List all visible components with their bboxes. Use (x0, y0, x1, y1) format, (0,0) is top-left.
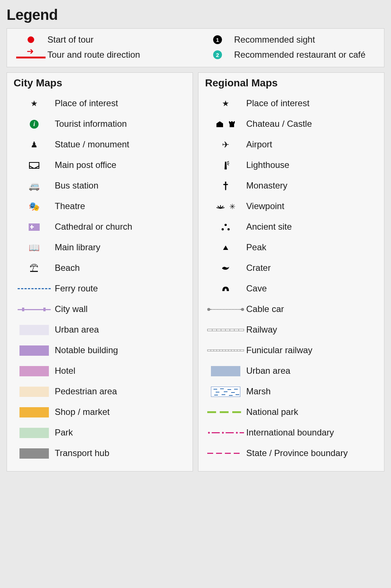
city-label: Cathedral or church (55, 222, 132, 232)
city-maps-panel: City Maps ★Place of interestiTourist inf… (7, 72, 193, 472)
statue-icon: ♟ (31, 140, 38, 150)
bus-icon: 🚐 (29, 182, 40, 190)
city-label: Park (55, 427, 73, 438)
city-label: Bus station (55, 180, 98, 191)
regional-label: Peak (246, 242, 266, 253)
city-item-theatre: 🎭Theatre (14, 196, 186, 217)
city-label: Main post office (55, 160, 116, 171)
city-item-ferry: Ferry route (14, 279, 186, 299)
beach-icon: ⛱ (30, 264, 39, 273)
sw-urban-city-swatch-icon (19, 325, 49, 335)
viewpoint-icon: ✳ (216, 202, 236, 211)
crater-icon (221, 265, 230, 271)
sight-label: Recommended sight (234, 35, 315, 45)
state-boundary-icon (207, 453, 244, 454)
church-icon (29, 223, 40, 231)
city-item-statue: ♟Statue / monument (14, 135, 186, 155)
regional-maps-panel: Regional Maps ★Place of interestChateau … (198, 72, 384, 472)
regional-label: Place of interest (246, 98, 309, 109)
city-item-sw-park: Park (14, 423, 186, 443)
regional-label: Chateau / Castle (246, 119, 312, 129)
regional-label: Cave (246, 283, 267, 294)
regional-item-monastery: Monastery (205, 176, 377, 196)
city-label: Hotel (55, 366, 75, 376)
city-item-sw-shop: Shop / market (14, 402, 186, 423)
regional-label: Cable car (246, 304, 284, 315)
city-label: City wall (55, 304, 87, 315)
regional-label: Marsh (246, 386, 271, 397)
sw-ped-swatch-icon (19, 387, 49, 397)
city-item-sw-hotel: Hotel (14, 361, 186, 381)
sw-hotel-swatch-icon (19, 366, 49, 376)
regional-label: Ancient site (246, 222, 292, 232)
regional-item-peak: Peak (205, 237, 377, 258)
restaurant-number-icon: 2 (213, 50, 222, 59)
intl-boundary-icon (207, 432, 244, 434)
sw-urban-reg-swatch-icon (211, 366, 240, 376)
city-item-sw-notable: Notable building (14, 340, 186, 361)
regional-item-railway: Railway (205, 320, 377, 340)
regional-item-star: ★Place of interest (205, 93, 377, 114)
city-label: Main library (55, 242, 100, 253)
theatre-icon: 🎭 (29, 202, 40, 211)
regional-label: Monastery (246, 180, 287, 191)
city-item-star: ★Place of interest (14, 93, 186, 114)
marsh-icon (211, 387, 240, 397)
lighthouse-icon (221, 161, 230, 170)
legend-row-direction: Tour and route direction (14, 50, 190, 60)
airport-icon: ✈ (222, 140, 229, 149)
restaurant-label: Recommended restaurant or café (234, 50, 366, 60)
direction-label: Tour and route direction (47, 50, 140, 60)
sw-park-swatch-icon (19, 428, 49, 438)
city-item-bus: 🚐Bus station (14, 176, 186, 196)
city-item-post: Main post office (14, 155, 186, 176)
regional-item-sw-urban-reg: Urban area (205, 361, 377, 381)
regional-item-airport: ✈Airport (205, 135, 377, 155)
city-item-info: iTourist information (14, 114, 186, 135)
legend-row-start: Start of tour (14, 35, 190, 45)
sw-transport-swatch-icon (19, 448, 49, 459)
tour-legend-box: Start of tour 1 Recommended sight Tour a… (7, 28, 384, 67)
regional-maps-heading: Regional Maps (205, 77, 377, 89)
sw-shop-swatch-icon (19, 407, 49, 417)
regional-label: Viewpoint (246, 201, 284, 212)
peak-icon (223, 245, 228, 250)
funicular-icon (207, 349, 244, 351)
cable-car-icon (207, 308, 244, 311)
city-item-citywall: City wall (14, 299, 186, 320)
sw-notable-swatch-icon (19, 345, 49, 356)
regional-item-marsh: Marsh (205, 381, 377, 402)
regional-item-crater: Crater (205, 258, 377, 279)
legend-columns: City Maps ★Place of interestiTourist inf… (7, 72, 384, 472)
regional-item-state: State / Province boundary (205, 443, 377, 464)
regional-label: Airport (246, 139, 272, 150)
regional-item-castle: Chateau / Castle (205, 114, 377, 135)
city-label: Theatre (55, 201, 85, 212)
city-item-library: 📖Main library (14, 237, 186, 258)
regional-label: Railway (246, 325, 277, 335)
legend-title: Legend (7, 7, 384, 23)
regional-item-viewpoint: ✳Viewpoint (205, 196, 377, 217)
regional-item-cablecar: Cable car (205, 299, 377, 320)
legend-row-restaurant: 2 Recommended restaurant or café (201, 50, 377, 60)
regional-label: Crater (246, 263, 271, 273)
legend-row-sight: 1 Recommended sight (201, 35, 377, 45)
railway-icon (207, 329, 244, 331)
city-label: Pedestrian area (55, 386, 117, 397)
sight-number-icon: 1 (213, 35, 222, 44)
regional-label: Funicular railway (246, 345, 312, 356)
regional-item-ancient: Ancient site (205, 217, 377, 237)
city-label: Urban area (55, 325, 99, 335)
national-park-icon (207, 411, 244, 413)
start-dot-icon (28, 36, 34, 43)
city-label: Ferry route (55, 283, 98, 294)
info-icon: i (30, 120, 39, 129)
regional-label: National park (246, 407, 298, 417)
city-label: Statue / monument (55, 139, 129, 150)
cave-icon (222, 285, 230, 293)
city-maps-heading: City Maps (14, 77, 186, 89)
star-icon: ★ (222, 99, 229, 108)
svg-point-0 (225, 182, 226, 183)
regional-item-cave: Cave (205, 279, 377, 299)
city-wall-icon (18, 307, 51, 312)
